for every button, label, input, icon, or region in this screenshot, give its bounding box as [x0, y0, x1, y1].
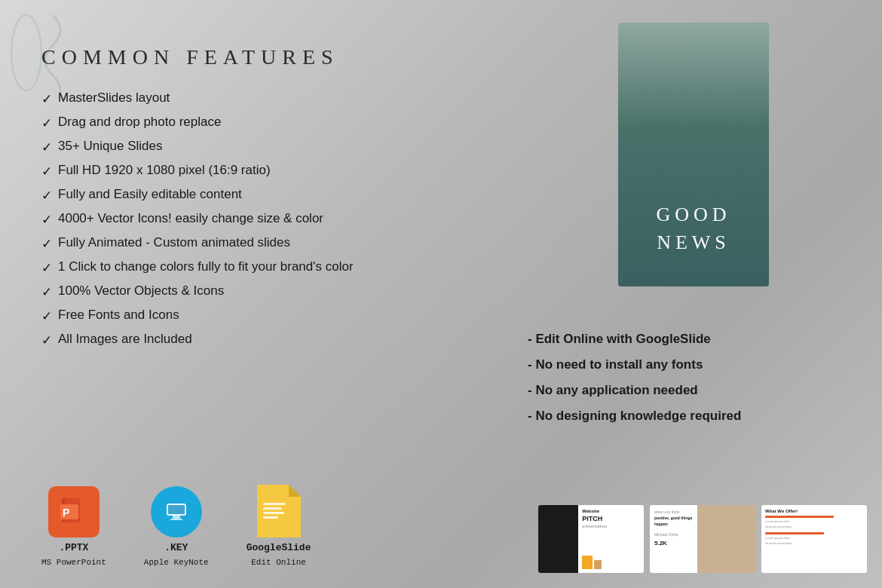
pptx-icon: P: [48, 486, 100, 537]
good-news-container: GOOD NEWS: [528, 23, 859, 309]
thumbnails-row: Website PITCH presentation when you thin…: [538, 505, 867, 573]
feature-item: ✓100% Vector Objects & Icons: [41, 283, 509, 300]
feature-item: ✓All Images are Included: [41, 332, 509, 348]
svg-point-0: [11, 15, 41, 90]
feature-text: Drag and drop photo replace: [58, 115, 221, 130]
check-icon: ✓: [41, 188, 52, 204]
feature-text: Free Fonts and Icons: [58, 308, 179, 323]
good-news-line2: NEWS: [656, 229, 730, 256]
pptx-label: .PPTX: [59, 542, 88, 553]
feature-text: Fully Animated - Custom animated slides: [58, 235, 290, 250]
feature-item: ✓Drag and drop photo replace: [41, 115, 509, 131]
thumb1-dark-bar: [538, 505, 578, 573]
gslide-icon-item: GoogleSlide Edit Online: [247, 485, 311, 567]
check-icon: ✓: [41, 260, 52, 276]
gslide-icon-svg: [257, 485, 301, 537]
check-icon: ✓: [41, 236, 52, 252]
benefit-item: - No any application needed: [528, 383, 859, 398]
left-panel: Common Features ✓MasterSlides layout✓Dra…: [41, 45, 509, 356]
check-icon: ✓: [41, 115, 52, 131]
pptx-sublabel: MS PowerPoint: [41, 558, 106, 567]
check-icon: ✓: [41, 91, 52, 107]
svg-rect-13: [263, 507, 282, 510]
good-news-card: GOOD NEWS: [618, 23, 769, 286]
gslide-label: GoogleSlide: [247, 542, 311, 553]
svg-rect-9: [168, 505, 185, 514]
feature-text: 35+ Unique Slides: [58, 139, 162, 154]
feature-item: ✓4000+ Vector Icons! easily change size …: [41, 211, 509, 228]
feature-item: ✓Fully Animated - Custom animated slides: [41, 235, 509, 252]
feature-item: ✓35+ Unique Slides: [41, 139, 509, 155]
feature-item: ✓1 Click to change colors fully to fit y…: [41, 259, 509, 276]
key-sublabel: Apple KeyNote: [144, 558, 209, 567]
feature-text: 100% Vector Objects & Icons: [58, 283, 224, 299]
feature-text: All Images are Included: [58, 332, 192, 347]
check-icon: ✓: [41, 212, 52, 228]
svg-rect-8: [170, 519, 182, 520]
section-title: Common Features: [41, 45, 509, 69]
svg-rect-14: [263, 512, 284, 514]
thumb2-person-bg: [697, 505, 755, 573]
benefit-item: - No need to install any fonts: [528, 357, 859, 372]
check-icon: ✓: [41, 332, 52, 348]
icons-row: P .PPTX MS PowerPoint .KEY Apple KeyNote: [41, 485, 311, 567]
thumb1-content: Website PITCH presentation: [578, 505, 644, 573]
svg-rect-15: [263, 516, 278, 519]
svg-rect-7: [173, 516, 180, 519]
key-icon-item: .KEY Apple KeyNote: [144, 486, 209, 567]
feature-text: MasterSlides layout: [58, 90, 170, 106]
svg-rect-12: [263, 503, 286, 505]
feature-item: ✓Free Fonts and Icons: [41, 308, 509, 324]
feature-item: ✓Fully and Easily editable content: [41, 187, 509, 204]
check-icon: ✓: [41, 308, 52, 324]
thumbnail-3: What We Offer! Lorem ipsum dolor sit ame…: [761, 505, 867, 573]
svg-text:P: P: [63, 507, 69, 519]
right-panel: GOOD NEWS - Edit Online with GoogleSlide…: [528, 23, 859, 439]
check-icon: ✓: [41, 164, 52, 179]
key-icon: [151, 486, 202, 537]
feature-text: Full HD 1920 x 1080 pixel (16:9 ratio): [58, 163, 271, 178]
feature-text: 4000+ Vector Icons! easily change size &…: [58, 211, 323, 226]
svg-marker-11: [289, 485, 301, 497]
good-news-text: GOOD NEWS: [656, 201, 730, 256]
feature-text: Fully and Easily editable content: [58, 187, 242, 202]
check-icon: ✓: [41, 284, 52, 300]
thumbnail-2: when you think positive, good things hap…: [650, 505, 755, 573]
features-list: ✓MasterSlides layout✓Drag and drop photo…: [41, 90, 509, 348]
feature-item: ✓Full HD 1920 x 1080 pixel (16:9 ratio): [41, 163, 509, 179]
thumbnail-1: Website PITCH presentation: [538, 505, 644, 573]
key-icon-svg: [161, 496, 192, 528]
feature-text: 1 Click to change colors fully to fit yo…: [58, 259, 354, 274]
gslide-sublabel: Edit Online: [251, 558, 306, 567]
key-label: .KEY: [164, 542, 188, 553]
benefit-item: - No designing knowledge required: [528, 409, 859, 424]
pptx-icon-item: P .PPTX MS PowerPoint: [41, 486, 106, 567]
check-icon: ✓: [41, 139, 52, 155]
benefit-item: - Edit Online with GoogleSlide: [528, 332, 859, 347]
thumb2-text: when you think positive, good things hap…: [650, 505, 703, 573]
pptx-icon-svg: P: [59, 497, 89, 527]
benefits-list: - Edit Online with GoogleSlide- No need …: [528, 332, 859, 424]
gslide-icon: [257, 485, 301, 537]
good-news-line1: GOOD: [656, 201, 730, 228]
feature-item: ✓MasterSlides layout: [41, 90, 509, 107]
